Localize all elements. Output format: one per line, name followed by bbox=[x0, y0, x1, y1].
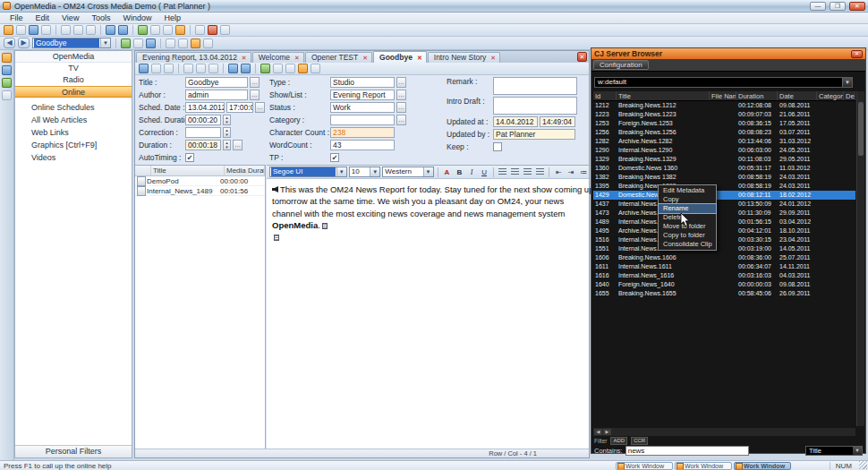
open-icon[interactable] bbox=[16, 25, 26, 35]
sched-duration-stepper[interactable]: ▲▼ bbox=[223, 115, 231, 125]
server-table-row[interactable]: 1655 Breaking.News.1655 00:58:45:06 26.0… bbox=[593, 289, 855, 298]
scroll-left-icon[interactable]: ◀ bbox=[594, 429, 602, 435]
server-table-row[interactable]: 1395 Breaking.News 1395 00:08:58:19 24.0… bbox=[593, 182, 855, 191]
sidebar-channel[interactable]: Online bbox=[15, 86, 132, 98]
document-tab[interactable]: Goodbye bbox=[373, 51, 427, 63]
sidebar-item[interactable]: Videos bbox=[15, 151, 132, 164]
paste-icon[interactable] bbox=[86, 25, 96, 35]
filter-ccr-button[interactable]: CCR bbox=[631, 437, 648, 445]
bold-button[interactable]: B bbox=[454, 167, 464, 177]
server-vertical-scrollbar[interactable] bbox=[856, 91, 864, 426]
col-id[interactable]: Id bbox=[593, 91, 617, 100]
help-icon[interactable] bbox=[203, 38, 213, 48]
category-browse-button[interactable]: … bbox=[396, 115, 406, 125]
play-icon[interactable] bbox=[121, 38, 131, 48]
lock-icon[interactable] bbox=[311, 64, 320, 73]
sched-duration-field[interactable]: 00:00:20 bbox=[185, 115, 221, 125]
forward-icon[interactable]: ▶ bbox=[18, 38, 30, 48]
list-icon[interactable] bbox=[178, 38, 188, 48]
sched-date-browse-button[interactable]: … bbox=[255, 102, 265, 113]
chevron-down-icon[interactable]: ▼ bbox=[370, 167, 379, 176]
configuration-button[interactable]: Configuration bbox=[593, 60, 649, 70]
story-combo[interactable]: Goodbye ▼ bbox=[32, 38, 111, 48]
server-table-row[interactable]: 1606 Breaking.News.1606 00:08:36:00 25.0… bbox=[593, 253, 855, 262]
scroll-right-icon[interactable]: ▶ bbox=[603, 429, 611, 435]
align-center-button[interactable] bbox=[510, 167, 521, 177]
server-table-row[interactable]: 1616 Internal.News_1616 00:03:16:03 04.0… bbox=[593, 271, 855, 280]
close-icon[interactable]: ✕ bbox=[851, 50, 863, 58]
redo-icon[interactable] bbox=[118, 25, 128, 35]
save-icon[interactable] bbox=[29, 25, 38, 35]
status-field[interactable]: Work bbox=[330, 102, 395, 113]
context-menu-item[interactable]: Copy to folder bbox=[659, 231, 716, 240]
sidebar-item[interactable]: Graphics [Ctrl+F9] bbox=[15, 139, 132, 151]
server-table-row[interactable]: 1611 Internal.News.1611 00:06:34:07 14.1… bbox=[593, 262, 855, 271]
media-col-icon[interactable] bbox=[135, 166, 151, 175]
context-menu-item[interactable]: Move to folder bbox=[659, 222, 716, 231]
script-select[interactable]: Western ▼ bbox=[382, 167, 433, 177]
new-icon[interactable] bbox=[4, 25, 13, 35]
col-date[interactable]: Date bbox=[778, 91, 817, 100]
chevron-down-icon[interactable]: ▼ bbox=[842, 78, 852, 87]
sidebar-item[interactable]: Online Schedules bbox=[15, 101, 132, 114]
server-table-row[interactable]: 1256 Breaking.News.1256 00:08:08:23 03.0… bbox=[593, 128, 855, 137]
close-button[interactable]: ✕ bbox=[849, 2, 865, 11]
chevron-down-icon[interactable]: ▼ bbox=[423, 167, 433, 176]
outdent-button[interactable]: ⇤ bbox=[553, 167, 564, 177]
col-filename[interactable]: File Name bbox=[710, 91, 736, 100]
server-table-row[interactable]: 1489 Internal.News.1489 00:01:56:15 03.0… bbox=[593, 218, 855, 226]
font-size-select[interactable]: 10 ▼ bbox=[349, 167, 381, 177]
search-icon[interactable] bbox=[195, 25, 205, 35]
maximize-button[interactable]: ❐ bbox=[830, 2, 846, 11]
work-window-button[interactable]: Work Window bbox=[734, 462, 791, 470]
document-tab[interactable]: Welcome bbox=[252, 52, 304, 63]
link-icon[interactable] bbox=[298, 64, 308, 73]
title-field[interactable]: Goodbye bbox=[185, 77, 248, 88]
media-row[interactable]: Internal_News_1489 00:01:56 bbox=[135, 186, 265, 196]
undo-icon[interactable] bbox=[106, 25, 115, 35]
type-browse-button[interactable]: … bbox=[396, 77, 406, 88]
justify-button[interactable] bbox=[535, 167, 546, 177]
document-tab[interactable]: Intro New Story bbox=[428, 52, 500, 63]
copy-icon[interactable] bbox=[73, 25, 83, 35]
work-window-button[interactable]: Work Window bbox=[675, 462, 732, 470]
sched-time-field[interactable]: 17:00:00 bbox=[226, 102, 253, 113]
remark-field[interactable] bbox=[493, 77, 577, 95]
title-browse-button[interactable]: … bbox=[250, 77, 260, 88]
contains-input[interactable]: news bbox=[625, 446, 749, 456]
server-table-row[interactable]: 1253 Foreign.News.1253 00:08:36:15 17.05… bbox=[593, 119, 855, 128]
resize-grip[interactable] bbox=[859, 461, 867, 469]
underline-button[interactable]: U bbox=[479, 167, 489, 177]
context-menu-item[interactable]: Edit Metadata bbox=[659, 186, 716, 195]
script-text[interactable]: This was the OM24 News Report for today.… bbox=[267, 179, 600, 247]
flag-icon[interactable] bbox=[191, 38, 200, 48]
context-menu-item[interactable]: Delete bbox=[659, 213, 716, 222]
server-table-row[interactable]: 1382 Breaking.News 1382 00:08:58:19 24.0… bbox=[593, 173, 855, 182]
server-table-row[interactable]: 1282 Archive.News.1282 00:13:44:06 31.03… bbox=[593, 137, 855, 146]
menu-item[interactable]: Edit bbox=[30, 13, 56, 24]
server-table-row[interactable]: 1495 Archive.News.1495 00:04:12:01 18.10… bbox=[593, 226, 855, 235]
bullet-list-button[interactable]: ≔ bbox=[578, 167, 589, 177]
server-table-row[interactable]: 1223 Breaking.News.1223 00:09:07:03 21.0… bbox=[593, 110, 855, 119]
tasks-icon[interactable] bbox=[2, 78, 12, 88]
sidebar-item[interactable]: All Web Articles bbox=[15, 114, 132, 126]
server-path-combo[interactable]: w:default ▼ bbox=[594, 77, 853, 88]
media-col-title[interactable]: Title bbox=[151, 166, 225, 175]
server-table-row[interactable]: 1212 Breaking.News.1212 00:12:08:08 09.0… bbox=[593, 101, 855, 110]
col-title[interactable]: Title bbox=[617, 91, 710, 100]
align-left-button[interactable] bbox=[498, 167, 508, 177]
italic-button[interactable]: I bbox=[466, 167, 477, 177]
server-table-row[interactable]: 1429 Domestic.News.1429 00:08:12:11 18.0… bbox=[593, 191, 855, 200]
showlist-field[interactable]: Evening Report bbox=[330, 90, 395, 100]
cut-icon[interactable] bbox=[183, 64, 193, 73]
close-document-icon[interactable]: ✕ bbox=[577, 52, 587, 62]
sidebar-item[interactable]: Web Links bbox=[15, 126, 132, 139]
menu-item[interactable]: Tools bbox=[85, 13, 116, 24]
history-icon[interactable] bbox=[2, 90, 12, 100]
server-horizontal-scrollbar[interactable]: ◀ ▶ bbox=[593, 428, 855, 436]
undo-icon[interactable] bbox=[228, 64, 238, 73]
duration-stepper[interactable]: ▲▼ bbox=[223, 140, 231, 150]
favorites-icon[interactable] bbox=[2, 53, 12, 63]
menu-item[interactable]: View bbox=[55, 13, 85, 24]
font-family-select[interactable]: Segoe UI ▼ bbox=[269, 167, 347, 177]
